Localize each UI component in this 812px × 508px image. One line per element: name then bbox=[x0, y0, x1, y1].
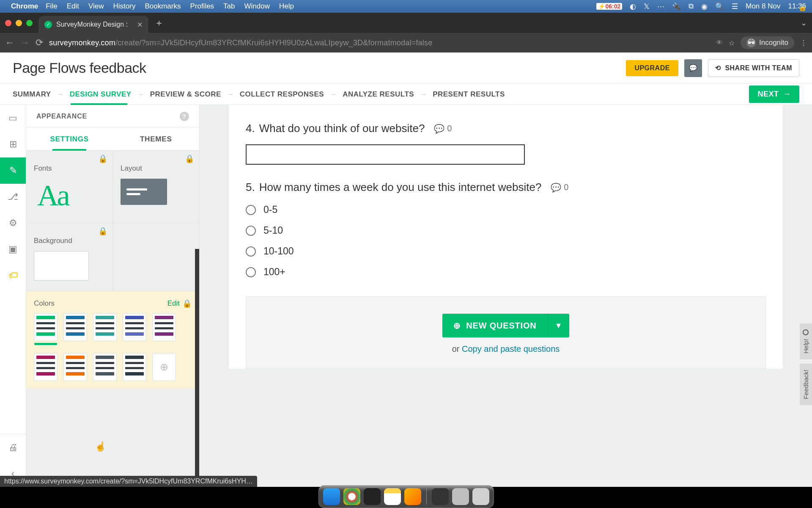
rail-logic-icon[interactable]: ⎇ bbox=[0, 184, 26, 210]
menu-edit[interactable]: Edit bbox=[67, 2, 79, 11]
next-button[interactable]: NEXT → bbox=[749, 86, 799, 103]
dock-app-terminal[interactable] bbox=[364, 488, 381, 505]
rail-appearance-icon[interactable]: ✎ bbox=[0, 157, 26, 184]
color-palette[interactable] bbox=[63, 313, 87, 341]
help-tab[interactable]: Help! bbox=[800, 323, 812, 359]
step-collect[interactable]: COLLECT RESPONSES bbox=[240, 90, 324, 99]
menu-bookmarks[interactable]: Bookmarks bbox=[145, 2, 181, 11]
comment-button[interactable]: 💬 bbox=[684, 59, 702, 77]
close-tab-icon[interactable]: ✕ bbox=[137, 21, 143, 29]
reload-button[interactable]: ⟳ bbox=[36, 37, 43, 48]
comment-icon[interactable]: 💬 bbox=[551, 182, 561, 193]
question-4[interactable]: 4. What do you think of our website? 💬0 bbox=[246, 122, 766, 165]
text-answer-input[interactable] bbox=[246, 144, 525, 165]
color-palette[interactable] bbox=[123, 353, 146, 381]
upgrade-button[interactable]: UPGRADE bbox=[626, 60, 678, 76]
kebab-menu-icon[interactable]: ⋮ bbox=[800, 39, 807, 47]
color-palette[interactable] bbox=[34, 353, 58, 381]
step-present[interactable]: PRESENT RESULTS bbox=[433, 90, 505, 99]
menubar-date[interactable]: Mon 8 Nov bbox=[746, 2, 780, 11]
menu-tab[interactable]: Tab bbox=[223, 2, 235, 11]
x-icon[interactable]: 𝕏 bbox=[644, 2, 650, 11]
step-preview-score[interactable]: PREVIEW & SCORE bbox=[150, 90, 221, 99]
dock-app-finder[interactable] bbox=[323, 488, 340, 505]
step-analyze[interactable]: ANALYZE RESULTS bbox=[343, 90, 414, 99]
color-palette[interactable] bbox=[123, 313, 146, 341]
menu-view[interactable]: View bbox=[88, 2, 104, 11]
rail-print-icon[interactable]: 🖨 bbox=[0, 434, 26, 461]
new-question-dropdown[interactable]: ▼ bbox=[548, 314, 569, 337]
new-question-button[interactable]: ⊕ NEW QUESTION ▼ bbox=[442, 314, 569, 337]
help-icon[interactable]: ? bbox=[180, 112, 189, 121]
survey-title[interactable]: Page Flows feedback bbox=[13, 60, 146, 76]
chevron-right-icon: → bbox=[420, 91, 427, 98]
step-summary[interactable]: SUMMARY bbox=[13, 90, 51, 99]
toggl-icon[interactable]: ◐ bbox=[630, 2, 636, 11]
rail-question-bank-icon[interactable]: ⊞ bbox=[0, 131, 26, 157]
minimize-window-icon[interactable] bbox=[16, 20, 22, 26]
menu-window[interactable]: Window bbox=[244, 2, 270, 11]
rail-options-icon[interactable]: ⚙ bbox=[0, 210, 26, 236]
eye-off-icon[interactable]: 👁 bbox=[716, 39, 723, 47]
panel-tabs: SETTINGS THEMES bbox=[26, 128, 199, 151]
rail-layout-icon[interactable]: ▣ bbox=[0, 236, 26, 262]
control-center-icon[interactable]: ◉ bbox=[701, 2, 708, 11]
step-design-survey[interactable]: DESIGN SURVEY bbox=[70, 90, 132, 99]
edit-colors-link[interactable]: Edit bbox=[167, 299, 180, 308]
spotlight-icon[interactable]: 🔍 bbox=[715, 2, 724, 11]
back-button[interactable]: ← bbox=[5, 37, 14, 48]
browser-tab[interactable]: ✓ SurveyMonkey Design : ✕ bbox=[38, 16, 148, 33]
menubar-app[interactable]: Chrome bbox=[11, 2, 38, 11]
cloud-icon[interactable]: ⋯ bbox=[657, 2, 664, 11]
tab-themes[interactable]: THEMES bbox=[113, 128, 200, 150]
rail-tag-icon[interactable]: 🏷 bbox=[0, 262, 26, 289]
question-5[interactable]: 5. How many times a week do you use this… bbox=[246, 181, 766, 278]
color-palette[interactable] bbox=[93, 313, 117, 341]
dock-app-notes[interactable] bbox=[384, 488, 401, 505]
dock-app-chrome[interactable] bbox=[343, 488, 360, 505]
wifi-icon[interactable]: ⧉ bbox=[689, 2, 694, 11]
feedback-tab[interactable]: Feedback! bbox=[800, 364, 812, 405]
tab-settings[interactable]: SETTINGS bbox=[26, 128, 113, 150]
option-label: 0-5 bbox=[263, 204, 277, 215]
radio-option[interactable]: 100+ bbox=[246, 266, 766, 278]
comment-icon[interactable]: 💬 bbox=[434, 124, 444, 134]
siri-icon[interactable]: ☰ bbox=[732, 2, 738, 11]
panel-title: APPEARANCE bbox=[36, 113, 87, 120]
fullscreen-window-icon[interactable] bbox=[26, 20, 33, 26]
share-team-button[interactable]: ⟲ SHARE WITH TEAM bbox=[708, 59, 799, 77]
dock-app-bolt[interactable] bbox=[404, 488, 421, 505]
battery-status[interactable]: ⚡06:02 bbox=[596, 3, 622, 10]
star-icon[interactable]: ☆ bbox=[729, 39, 735, 47]
new-tab-button[interactable]: ＋ bbox=[154, 17, 164, 29]
or-line: or Copy and paste questions bbox=[246, 344, 765, 354]
background-cell[interactable]: 🔒 Background bbox=[26, 223, 113, 291]
radio-option[interactable]: 10-100 bbox=[246, 246, 766, 257]
color-palette[interactable] bbox=[63, 353, 87, 381]
add-palette-button[interactable]: ⊕ bbox=[152, 353, 176, 381]
rail-build-icon[interactable]: ▭ bbox=[0, 105, 26, 131]
color-palette[interactable] bbox=[34, 313, 58, 341]
incognito-chip[interactable]: 🕶 Incognito bbox=[741, 36, 794, 49]
question-circle-icon bbox=[803, 329, 809, 335]
close-window-icon[interactable] bbox=[5, 20, 11, 26]
url-field[interactable]: surveymonkey.com/create/?sm=JVk5lDHcyfUm… bbox=[49, 39, 710, 47]
menu-file[interactable]: File bbox=[46, 2, 57, 11]
menu-history[interactable]: History bbox=[113, 2, 135, 11]
radio-option[interactable]: 5-10 bbox=[246, 225, 766, 236]
radio-option[interactable]: 0-5 bbox=[246, 204, 766, 215]
color-palette[interactable] bbox=[93, 353, 117, 381]
power-icon[interactable]: 🔌 bbox=[672, 2, 681, 11]
menu-help[interactable]: Help bbox=[279, 2, 294, 11]
menu-profiles[interactable]: Profiles bbox=[190, 2, 214, 11]
tab-overflow-icon[interactable]: ⌄ bbox=[801, 18, 807, 28]
dock-tray-trash[interactable] bbox=[472, 488, 489, 505]
dock-tray-screenshot[interactable] bbox=[432, 488, 449, 505]
scrollbar[interactable] bbox=[195, 249, 199, 487]
layout-cell[interactable]: 🔒 Layout bbox=[113, 151, 199, 223]
lock-icon[interactable]: 🔒 bbox=[798, 3, 807, 11]
fonts-cell[interactable]: 🔒 Fonts Aa bbox=[26, 151, 113, 223]
color-palette[interactable] bbox=[152, 313, 176, 341]
copy-paste-link[interactable]: Copy and paste questions bbox=[462, 344, 560, 353]
dock-tray-dash[interactable] bbox=[452, 488, 469, 505]
